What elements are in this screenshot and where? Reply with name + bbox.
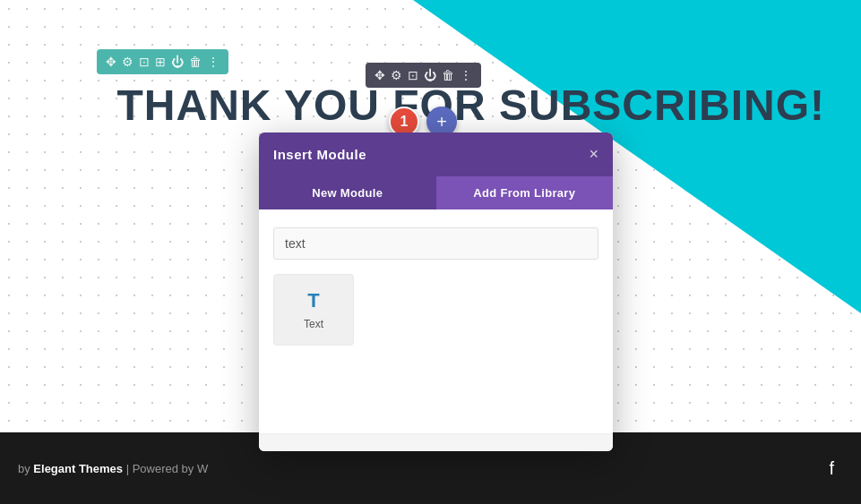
more-icon-2[interactable]: ⋮ [460, 68, 472, 82]
move-icon[interactable]: ✥ [106, 55, 116, 69]
modal-header: Insert Module × [259, 132, 613, 176]
module-item-text[interactable]: T Text [273, 274, 354, 346]
text-module-icon: T [307, 289, 319, 312]
footer-brand: Elegant Themes [33, 462, 123, 475]
settings-icon-2[interactable]: ⚙ [391, 68, 402, 82]
modal-title: Insert Module [273, 147, 366, 162]
modal-body: T Text [259, 209, 613, 433]
footer-text: by Elegant Themes | Powered by W [18, 462, 208, 475]
modules-grid: T Text [273, 274, 598, 346]
secondary-toolbar: ✥ ⚙ ⊡ ⏻ 🗑 ⋮ [366, 63, 481, 88]
power-icon-2[interactable]: ⏻ [424, 68, 436, 82]
move-icon-2[interactable]: ✥ [375, 68, 385, 82]
modal-close-button[interactable]: × [589, 145, 598, 164]
delete-icon[interactable]: 🗑 [189, 55, 202, 69]
insert-module-modal: Insert Module × New Module Add From Libr… [259, 132, 613, 451]
modal-tabs: New Module Add From Library [259, 176, 613, 209]
clone-icon[interactable]: ⊡ [139, 55, 150, 69]
grid-icon[interactable]: ⊞ [155, 55, 166, 69]
power-icon[interactable]: ⏻ [171, 55, 184, 69]
facebook-icon[interactable]: f [829, 458, 834, 479]
more-icon[interactable]: ⋮ [207, 55, 220, 69]
modal-footer [259, 433, 613, 451]
clone-icon-2[interactable]: ⊡ [408, 68, 418, 82]
tab-add-from-library[interactable]: Add From Library [436, 176, 614, 209]
top-toolbar: ✥ ⚙ ⊡ ⊞ ⏻ 🗑 ⋮ [97, 49, 228, 74]
settings-icon[interactable]: ⚙ [122, 55, 133, 69]
footer-suffix: | Powered by W [126, 462, 209, 475]
text-module-label: Text [304, 318, 323, 330]
tab-new-module[interactable]: New Module [259, 176, 436, 209]
delete-icon-2[interactable]: 🗑 [442, 68, 454, 82]
module-search-input[interactable] [273, 227, 598, 260]
